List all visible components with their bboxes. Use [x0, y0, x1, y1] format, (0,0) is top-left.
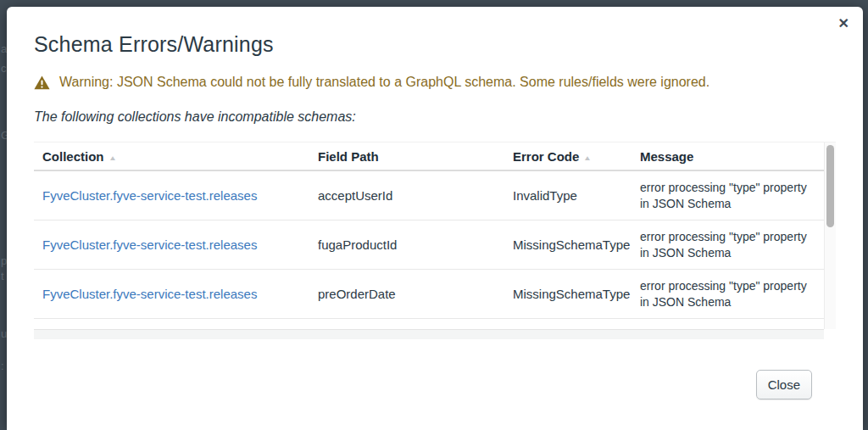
- modal-footer: Close: [34, 370, 836, 399]
- collection-link[interactable]: FyveCluster.fyve-service-test.releases: [42, 287, 257, 301]
- schema-errors-modal: ✕ Schema Errors/Warnings Warning: JSON S…: [7, 7, 863, 430]
- table-header-row: Collection▲ Field Path Error Code▲ Messa…: [34, 142, 836, 171]
- column-header-collection[interactable]: Collection▲: [34, 149, 309, 164]
- sort-ascending-icon: ▲: [583, 154, 592, 162]
- column-header-label: Message: [640, 149, 693, 164]
- vertical-scrollbar-thumb[interactable]: [826, 145, 834, 227]
- message-cell: error processing "type" property in JSON…: [632, 278, 836, 310]
- collection-link[interactable]: FyveCluster.fyve-service-test.releases: [42, 237, 257, 252]
- column-header-label: Collection: [42, 149, 104, 164]
- column-header-field-path: Field Path: [309, 149, 504, 164]
- error-code-cell: InvalidType: [504, 188, 632, 203]
- warning-text: Warning: JSON Schema could not be fully …: [59, 75, 709, 90]
- modal-subtitle: The following collections have incompati…: [34, 109, 836, 125]
- column-header-error-code[interactable]: Error Code▲: [504, 149, 632, 164]
- field-path-cell: preOrderDate: [309, 287, 504, 301]
- close-icon[interactable]: ✕: [838, 17, 849, 31]
- table-row: FyveCluster.fyve-service-test.releases p…: [34, 270, 836, 319]
- message-cell: error processing "type" property in JSON…: [632, 229, 836, 261]
- column-header-message: Message: [632, 149, 836, 164]
- errors-table: Collection▲ Field Path Error Code▲ Messa…: [34, 142, 836, 339]
- table-row: FyveCluster.fyve-service-test.releases a…: [34, 171, 836, 221]
- table-row: FyveCluster.fyve-service-test.releases f…: [34, 221, 836, 270]
- message-cell: error processing "type" property in JSON…: [632, 180, 836, 212]
- warning-banner: Warning: JSON Schema could not be fully …: [34, 75, 836, 90]
- error-code-cell: MissingSchemaType: [504, 287, 632, 301]
- sort-ascending-icon: ▲: [108, 154, 117, 162]
- column-header-label: Error Code: [513, 149, 579, 164]
- page-title: Schema Errors/Warnings: [34, 32, 836, 57]
- error-code-cell: MissingSchemaType: [504, 237, 632, 252]
- field-path-cell: fugaProductId: [309, 237, 504, 252]
- warning-icon: [34, 75, 50, 90]
- horizontal-scrollbar[interactable]: [34, 329, 824, 339]
- collection-link[interactable]: FyveCluster.fyve-service-test.releases: [42, 188, 257, 203]
- column-header-label: Field Path: [318, 149, 379, 164]
- close-button[interactable]: Close: [756, 370, 812, 399]
- field-path-cell: acceptUserId: [309, 188, 504, 203]
- modal-body: Schema Errors/Warnings Warning: JSON Sch…: [7, 32, 863, 399]
- vertical-scrollbar[interactable]: [824, 142, 836, 329]
